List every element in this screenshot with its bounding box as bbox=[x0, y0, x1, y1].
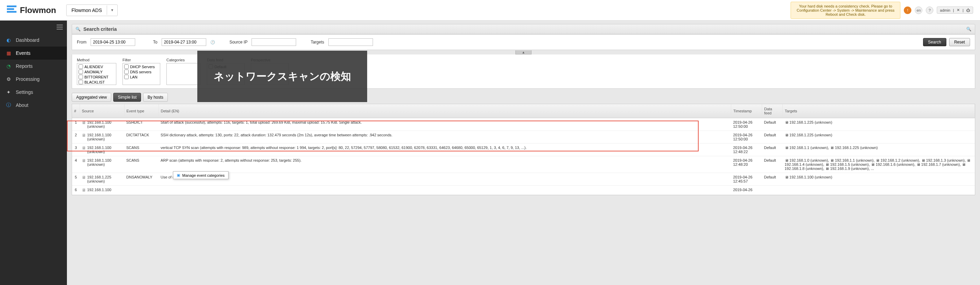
cell-source: 🖥192.168.1.100(unknown) bbox=[80, 118, 124, 131]
sidebar: ◐ Dashboard ▦ Events ◔ Reports ⚙ Process… bbox=[0, 21, 67, 285]
main: 🔍 Search criteria 🔍 From To 🕐 Source IP … bbox=[67, 21, 980, 285]
cell-eventtype: SSHDICT bbox=[124, 118, 159, 131]
cell-targets: 🖥 192.168.1.225 (unknown) bbox=[783, 118, 975, 131]
nav-label: Events bbox=[16, 51, 30, 56]
col-detail[interactable]: Detail (EN) bbox=[159, 104, 731, 118]
alert-icon[interactable]: ! bbox=[904, 6, 912, 14]
nav-label: Reports bbox=[16, 63, 33, 69]
table-row[interactable]: 3 🖥192.168.1.100(unknown) SCANS vertical… bbox=[72, 144, 975, 156]
tab-aggregated[interactable]: Aggregated view bbox=[72, 93, 111, 102]
nav-label: Settings bbox=[16, 89, 33, 95]
sidebar-item-about[interactable]: ⓘ About bbox=[0, 99, 67, 112]
reset-button[interactable]: Reset bbox=[949, 38, 970, 46]
disk-warning-banner: Your hard disk needs a consistency check… bbox=[791, 2, 900, 19]
clock-icon[interactable]: 🕐 bbox=[210, 40, 215, 44]
filter-listbox[interactable]: DHCP Servers DNS servers LAN bbox=[123, 63, 160, 85]
col-targets[interactable]: Targets bbox=[783, 104, 975, 118]
cell-targets: 🖥 192.168.1.1 (unknown), 🖥 192.168.1.225… bbox=[783, 144, 975, 156]
method-listbox[interactable]: ALIENDEV ANOMALY BITTORRENT BLACKLIST bbox=[77, 63, 116, 85]
sidebar-item-reports[interactable]: ◔ Reports bbox=[0, 60, 67, 73]
speedometer-icon: ◐ bbox=[5, 37, 12, 43]
module-selector[interactable]: Flowmon ADS ▼ bbox=[66, 5, 118, 16]
cell-feed: Default bbox=[762, 144, 783, 156]
to-label: To bbox=[153, 40, 158, 44]
sidebar-item-dashboard[interactable]: ◐ Dashboard bbox=[0, 33, 67, 47]
cell-detail: SSH dictionary attack, attempts: 130, po… bbox=[159, 131, 731, 144]
cell-feed bbox=[762, 186, 783, 195]
header: Flowmon Flowmon ADS ▼ Your hard disk nee… bbox=[0, 0, 980, 21]
admin-label[interactable]: admin bbox=[940, 8, 950, 12]
row-num: 4 bbox=[72, 156, 80, 173]
collapse-handle[interactable]: ▲ bbox=[72, 50, 975, 54]
cell-source: 🖥192.168.1.100(unknown) bbox=[80, 156, 124, 173]
from-input[interactable] bbox=[91, 38, 135, 46]
sourceip-input[interactable] bbox=[251, 38, 296, 46]
admin-box: admin | ✕ | ⏻ bbox=[937, 6, 973, 14]
cell-timestamp: 2019-04-26 12:50:00 bbox=[731, 131, 762, 144]
sidebar-item-processing[interactable]: ⚙ Processing bbox=[0, 73, 67, 86]
cell-detail: vertical TCP SYN scan (attempts with res… bbox=[159, 144, 731, 156]
search-icon[interactable]: 🔍 bbox=[966, 27, 971, 32]
ctxmenu-item[interactable]: Manage event categories bbox=[182, 173, 225, 177]
host-icon: 🖥 bbox=[82, 188, 86, 193]
table-row[interactable]: 2 🖥192.168.1.100(unknown) DICTATTACK SSH… bbox=[72, 131, 975, 144]
cell-timestamp: 2019-04-26 12:48:20 bbox=[731, 156, 762, 173]
tab-by-hosts[interactable]: By hosts bbox=[143, 93, 168, 102]
close-icon[interactable]: ✕ bbox=[957, 8, 960, 12]
cell-eventtype: SCANS bbox=[124, 156, 159, 173]
context-menu[interactable]: ▣Manage event categories bbox=[173, 171, 229, 179]
row-num: 1 bbox=[72, 118, 80, 131]
sourceip-label: Source IP bbox=[229, 40, 248, 44]
cell-timestamp: 2019-04-26 12:50:00 bbox=[731, 118, 762, 131]
search-button[interactable]: Search bbox=[923, 38, 947, 46]
cell-source: 🖥192.168.1.225(unknown) bbox=[80, 173, 124, 186]
col-source[interactable]: Source bbox=[80, 104, 124, 118]
cell-feed: Default bbox=[762, 118, 783, 131]
nav-label: Processing bbox=[16, 76, 40, 82]
sidebar-item-events[interactable]: ▦ Events bbox=[0, 47, 67, 60]
panel-title: Search criteria bbox=[83, 26, 964, 32]
power-icon[interactable]: ⏻ bbox=[966, 8, 970, 12]
row-num: 2 bbox=[72, 131, 80, 144]
flowmon-icon bbox=[7, 5, 16, 15]
nav-label: About bbox=[16, 103, 29, 108]
host-icon: 🖥 bbox=[82, 120, 86, 125]
view-tabs: Aggregated view Simple list By hosts bbox=[72, 93, 975, 102]
row-num: 5 bbox=[72, 173, 80, 186]
sidebar-toggle[interactable] bbox=[0, 21, 67, 33]
table-row[interactable]: 4 🖥192.168.1.100(unknown) SCANS ARP scan… bbox=[72, 156, 975, 173]
cell-eventtype: SCANS bbox=[124, 144, 159, 156]
logo: Flowmon bbox=[7, 5, 56, 15]
search-header: 🔍 Search criteria 🔍 bbox=[72, 24, 975, 34]
table-row[interactable]: 1 🖥192.168.1.100(unknown) SSHDICT Start … bbox=[72, 118, 975, 131]
perspective-title: Perspective bbox=[251, 58, 289, 62]
gear-icon: ⚙ bbox=[5, 76, 12, 82]
wrench-icon: ✦ bbox=[5, 89, 12, 95]
help-button[interactable]: ? bbox=[926, 6, 933, 14]
cell-detail: Start of attack (successful), attempts: … bbox=[159, 118, 731, 131]
row-num: 3 bbox=[72, 144, 80, 156]
col-eventtype[interactable]: Event type bbox=[124, 104, 159, 118]
perspective-listbox[interactable] bbox=[251, 63, 289, 85]
tab-simple-list[interactable]: Simple list bbox=[113, 93, 141, 102]
categories-title: Categories bbox=[166, 58, 201, 62]
sidebar-item-settings[interactable]: ✦ Settings bbox=[0, 86, 67, 99]
logo-text: Flowmon bbox=[20, 5, 56, 15]
filter-title: Filter bbox=[123, 58, 160, 62]
table-row[interactable]: 6 🖥192.168.1.100 2019-04-26 bbox=[72, 186, 975, 195]
cell-eventtype: DNSANOMALY bbox=[124, 173, 159, 186]
col-feed[interactable]: Data feed bbox=[762, 104, 783, 118]
cell-feed: Default bbox=[762, 173, 783, 186]
datafeed-title: Data feed bbox=[207, 58, 245, 62]
targets-label: Targets bbox=[310, 40, 324, 44]
datafeed-listbox[interactable]: Default bbox=[207, 63, 245, 85]
module-label: Flowmon ADS bbox=[67, 5, 107, 16]
col-num[interactable]: # bbox=[72, 104, 80, 118]
col-timestamp[interactable]: Timestamp bbox=[731, 104, 762, 118]
targets-input[interactable] bbox=[328, 38, 373, 46]
language-button[interactable]: en bbox=[915, 6, 922, 14]
categories-listbox[interactable] bbox=[166, 63, 201, 85]
chevron-down-icon[interactable]: ▼ bbox=[107, 5, 117, 15]
search-icon: 🔍 bbox=[75, 27, 81, 32]
to-input[interactable] bbox=[162, 38, 206, 46]
